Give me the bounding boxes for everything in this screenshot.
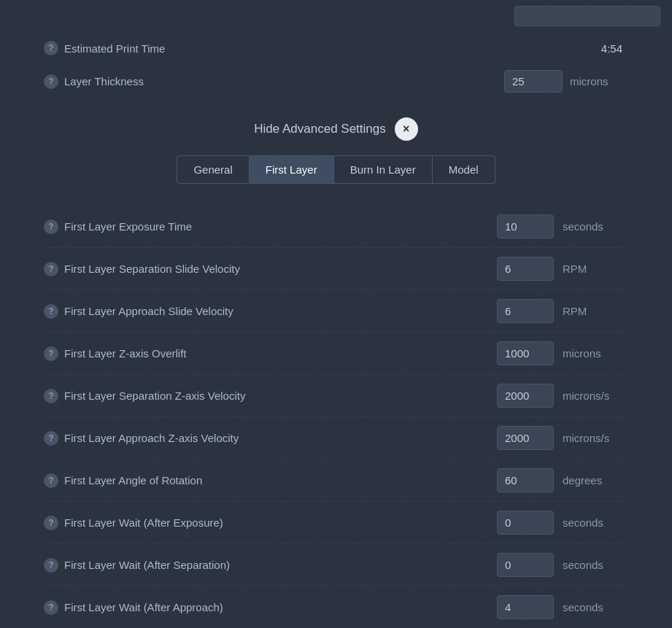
setting-help-icon-0[interactable]: ?	[44, 220, 58, 234]
setting-help-icon-6[interactable]: ?	[44, 473, 58, 488]
setting-row: ?First Layer Wait (After Exposure)second…	[44, 502, 628, 544]
setting-row: ?First Layer Exposure Timeseconds	[44, 206, 628, 248]
setting-label-text-3: First Layer Z-axis Overlift	[64, 347, 187, 360]
setting-label-7: ?First Layer Wait (After Exposure)	[44, 516, 497, 530]
layer-thickness-input[interactable]	[504, 70, 563, 93]
tab-general[interactable]: General	[177, 155, 249, 184]
setting-row: ?First Layer Separation Z-axis Velocitym…	[44, 375, 628, 417]
setting-label-2: ?First Layer Approach Slide Velocity	[44, 304, 497, 319]
setting-row: ?First Layer Approach Slide VelocityRPM	[44, 290, 628, 333]
top-input-field[interactable]	[514, 6, 660, 26]
layer-thickness-unit: microns	[570, 75, 628, 88]
setting-help-icon-9[interactable]: ?	[44, 600, 58, 615]
setting-label-1: ?First Layer Separation Slide Velocity	[44, 262, 497, 276]
setting-input-2[interactable]	[497, 299, 554, 323]
estimated-print-time-row: ? Estimated Print Time 4:54	[44, 34, 628, 63]
estimated-print-time-help-icon[interactable]: ?	[44, 41, 58, 55]
setting-help-icon-3[interactable]: ?	[44, 346, 58, 361]
settings-rows: ?First Layer Exposure Timeseconds?First …	[0, 198, 672, 628]
setting-unit-5: microns/s	[563, 432, 628, 444]
setting-unit-2: RPM	[563, 305, 628, 317]
setting-row: ?First Layer Wait (After Approach)second…	[44, 586, 628, 628]
setting-help-icon-4[interactable]: ?	[44, 389, 58, 403]
estimated-print-time-value: 4:54	[601, 42, 622, 55]
hide-advanced-settings-section: Hide Advanced Settings ×	[0, 100, 672, 155]
setting-label-text-5: First Layer Approach Z-axis Velocity	[64, 432, 239, 444]
tab-model[interactable]: Model	[433, 155, 495, 184]
setting-row: ?First Layer Separation Slide VelocityRP…	[44, 248, 628, 290]
setting-unit-1: RPM	[563, 263, 628, 275]
hide-advanced-settings-button[interactable]: ×	[395, 117, 418, 141]
setting-input-3[interactable]	[497, 341, 554, 365]
setting-unit-9: seconds	[563, 601, 628, 613]
layer-thickness-label: ? Layer Thickness	[44, 74, 504, 89]
layer-thickness-help-icon[interactable]: ?	[44, 74, 58, 89]
setting-label-text-4: First Layer Separation Z-axis Velocity	[64, 389, 245, 402]
setting-row: ?First Layer Approach Z-axis Velocitymic…	[44, 417, 628, 460]
setting-label-text-2: First Layer Approach Slide Velocity	[64, 305, 233, 317]
setting-unit-7: seconds	[563, 516, 628, 529]
setting-input-5[interactable]	[497, 426, 554, 450]
setting-unit-0: seconds	[563, 220, 628, 233]
setting-input-1[interactable]	[497, 257, 554, 281]
setting-label-8: ?First Layer Wait (After Separation)	[44, 558, 497, 573]
setting-label-5: ?First Layer Approach Z-axis Velocity	[44, 431, 497, 446]
setting-label-text-7: First Layer Wait (After Exposure)	[64, 516, 223, 529]
setting-input-6[interactable]	[497, 468, 554, 492]
setting-label-4: ?First Layer Separation Z-axis Velocity	[44, 389, 497, 403]
setting-label-text-1: First Layer Separation Slide Velocity	[64, 263, 240, 275]
setting-input-4[interactable]	[497, 384, 554, 408]
setting-help-icon-2[interactable]: ?	[44, 304, 58, 319]
setting-help-icon-7[interactable]: ?	[44, 516, 58, 530]
setting-row: ?First Layer Wait (After Separation)seco…	[44, 544, 628, 586]
tab-first-layer[interactable]: First Layer	[250, 155, 334, 184]
setting-help-icon-1[interactable]: ?	[44, 262, 58, 276]
setting-unit-3: microns	[563, 347, 628, 360]
setting-label-6: ?First Layer Angle of Rotation	[44, 473, 497, 488]
layer-thickness-row: ? Layer Thickness microns	[44, 63, 628, 100]
setting-label-text-6: First Layer Angle of Rotation	[64, 474, 202, 486]
setting-help-icon-8[interactable]: ?	[44, 558, 58, 573]
setting-unit-4: microns/s	[563, 389, 628, 402]
setting-label-text-0: First Layer Exposure Time	[64, 220, 192, 233]
setting-row: ?First Layer Z-axis Overliftmicrons	[44, 333, 628, 375]
setting-unit-6: degrees	[563, 474, 628, 486]
setting-input-0[interactable]	[497, 214, 554, 239]
setting-input-7[interactable]	[497, 511, 554, 535]
setting-input-8[interactable]	[497, 553, 554, 577]
top-bar	[0, 0, 672, 26]
tabs-container: GeneralFirst LayerBurn In LayerModel	[0, 155, 672, 198]
setting-row: ?First Layer Angle of Rotationdegrees	[44, 460, 628, 502]
setting-help-icon-5[interactable]: ?	[44, 431, 58, 446]
info-rows: ? Estimated Print Time 4:54 ? Layer Thic…	[0, 26, 672, 100]
setting-unit-8: seconds	[563, 559, 628, 571]
tab-burn-in-layer[interactable]: Burn In Layer	[334, 155, 433, 184]
setting-label-0: ?First Layer Exposure Time	[44, 220, 497, 234]
setting-label-text-9: First Layer Wait (After Approach)	[64, 601, 223, 613]
setting-label-text-8: First Layer Wait (After Separation)	[64, 559, 230, 571]
hide-advanced-settings-label: Hide Advanced Settings	[254, 122, 386, 136]
setting-label-3: ?First Layer Z-axis Overlift	[44, 346, 497, 361]
estimated-print-time-label: ? Estimated Print Time	[44, 41, 601, 55]
setting-input-9[interactable]	[497, 595, 554, 619]
setting-label-9: ?First Layer Wait (After Approach)	[44, 600, 497, 615]
